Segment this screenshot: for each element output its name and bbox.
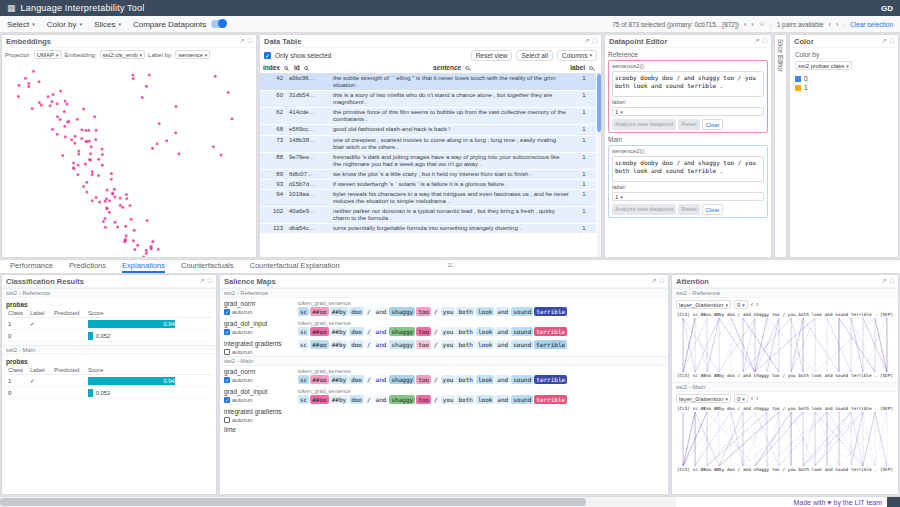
attention-head-select[interactable]: 0▾ [734,394,748,403]
embedding-scatter-plot[interactable] [2,61,256,257]
salience-token[interactable]: terrible [534,307,567,316]
probas-row[interactable]: 00.052 [6,387,212,399]
salience-token[interactable]: / [432,395,440,404]
salience-token[interactable]: look [476,375,494,384]
columns-button[interactable]: Columns▾ [557,50,597,61]
salience-token[interactable]: and [495,327,510,336]
select-menu[interactable]: Select▾ [7,20,35,29]
salience-token[interactable]: shaggy [389,395,415,404]
table-row[interactable]: 93d15b7d…if steven soderbergh 's ` solar… [260,180,596,190]
checkbox-icon[interactable] [224,349,230,355]
compare-datapoints-toggle[interactable] [211,20,226,28]
attention-visualization[interactable]: [CLS]sc##oo##bydoo/andshaggytoo/youbothl… [677,406,893,472]
probas-row[interactable]: 1✓0.948 [6,375,212,387]
analyze-new-datapoint-button[interactable]: Analyze new datapoint [612,119,676,130]
salience-token[interactable]: / [365,340,373,349]
salience-token[interactable]: too [416,395,431,404]
salience-token[interactable]: terrible [534,327,567,336]
salience-token[interactable]: doo [349,395,364,404]
salience-token[interactable]: ##oo [310,375,328,384]
salience-token[interactable]: look [476,327,494,336]
salience-token[interactable]: sc [298,327,309,336]
tab-explanations[interactable]: Explanations [122,260,165,273]
slice-editor-collapsed-tab[interactable]: Slice Editor [774,34,787,258]
popout-icon[interactable]: ↗ [239,37,245,45]
checkbox-icon[interactable] [224,417,230,423]
checkbox-icon[interactable]: ✓ [224,397,230,403]
salience-token[interactable]: ##by [330,375,348,384]
autorun-checkbox[interactable]: ✓autorun [224,329,298,335]
salience-token[interactable]: sc [298,307,309,316]
salience-token[interactable]: and [374,395,389,404]
maximize-icon[interactable]: □ [593,37,597,45]
reset-view-button[interactable]: Reset view [471,50,513,61]
clear-button[interactable]: Clear [702,119,724,130]
column-header-sentence[interactable]: sentence [335,63,567,72]
autorun-checkbox[interactable]: ✓autorun [224,309,298,315]
prev-pair-icon[interactable]: ‹ [829,21,831,28]
salience-token[interactable]: terrible [534,340,567,349]
maximize-icon[interactable]: □ [890,37,894,45]
autorun-checkbox[interactable]: ✓autorun [224,397,298,403]
table-row[interactable]: 889e79ee…fresnadillo 's dark and jolting… [260,153,596,170]
salience-token[interactable]: and [374,307,389,316]
table-row[interactable]: 73148b38…one of creepiest , scariest mov… [260,136,596,153]
label-select[interactable]: 1▾ [612,107,764,116]
table-row[interactable]: 62414cde…the primitive force of this fil… [260,108,596,125]
salience-token[interactable]: doo [349,340,364,349]
salience-token[interactable]: / [432,340,440,349]
salience-token[interactable]: sound [511,375,533,384]
autorun-checkbox[interactable]: autorun [224,349,298,355]
salience-token[interactable]: / [432,307,440,316]
maximize-icon[interactable]: □ [660,277,664,285]
table-row[interactable]: 68e569cc…good old-fashioned slash-and-ha… [260,125,596,135]
prev-datapoint-icon[interactable]: ‹ [744,21,746,28]
salience-token[interactable]: shaggy [389,307,415,316]
apps-grid-icon[interactable]: ▦ [7,3,16,13]
popout-icon[interactable]: ↗ [199,277,205,285]
salience-token[interactable]: too [416,307,431,316]
attention-layer-select[interactable]: layer_0/attention▾ [676,300,731,309]
salience-token[interactable]: look [476,395,494,404]
only-show-selected-checkbox[interactable]: ✓ [264,52,271,59]
search-icon[interactable] [465,66,469,70]
table-row[interactable]: 42a9bc96…the subtle strength of `` ellin… [260,74,596,91]
salience-token[interactable]: / [432,375,440,384]
salience-token[interactable]: sound [511,340,533,349]
salience-token[interactable]: terrible [534,375,567,384]
salience-token[interactable]: sc [298,340,309,349]
salience-token[interactable]: doo [349,327,364,336]
select-all-button[interactable]: Select all [516,50,552,61]
popout-icon[interactable]: ↗ [881,277,887,285]
salience-token[interactable]: and [495,375,510,384]
tab-counterfactuals[interactable]: Counterfactuals [181,260,234,273]
favorite-icon[interactable]: ☆ [759,20,765,28]
salience-token[interactable]: ##by [330,307,348,316]
next-pair-icon[interactable]: › [836,21,838,28]
salience-token[interactable]: you [441,395,456,404]
tab-counterfactual-explanation[interactable]: Counterfactual Explanation [250,260,340,273]
salience-token[interactable]: ##by [330,340,348,349]
salience-token[interactable]: both [456,375,474,384]
next-head-icon[interactable]: › [756,301,758,308]
salience-token[interactable]: you [441,340,456,349]
salience-token[interactable]: both [456,307,474,316]
salience-token[interactable]: / [365,395,373,404]
salience-token[interactable]: look [476,307,494,316]
popout-icon[interactable]: ↗ [584,37,590,45]
analyze-new-datapoint-button[interactable]: Analyze new datapoint [612,204,676,215]
salience-token[interactable]: sc [298,395,309,404]
salience-token[interactable]: doo [349,375,364,384]
salience-token[interactable]: both [456,340,474,349]
search-icon[interactable] [304,66,308,70]
salience-token[interactable]: and [374,340,389,349]
scrollbar-thumb[interactable] [597,74,601,132]
table-scrollbar[interactable] [597,74,601,257]
salience-token[interactable]: look [476,340,494,349]
column-header-id[interactable]: id [291,63,335,72]
table-row[interactable]: 10240a6e9…neither parker nor donovan is … [260,207,596,224]
salience-token[interactable]: and [495,395,510,404]
salience-token[interactable]: both [456,395,474,404]
tab-predictions[interactable]: Predictions [69,260,106,273]
table-row[interactable]: 89fb8c07…we know the plot 's a little cr… [260,170,596,180]
